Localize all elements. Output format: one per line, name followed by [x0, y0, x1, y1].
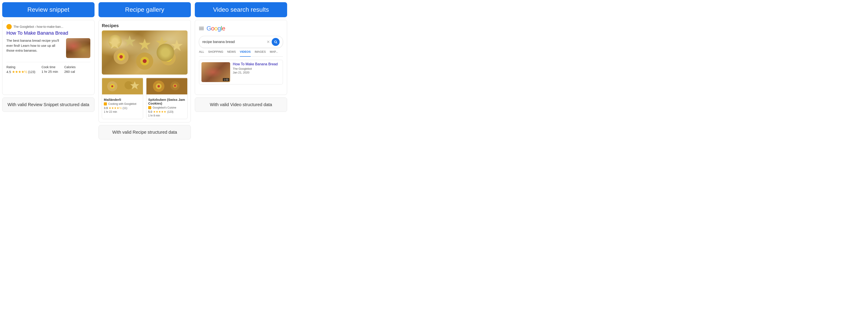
video-content: Google ✕ ALL SHOPPING NEWS VIDEOS IMAGES: [195, 20, 287, 95]
review-site-text: The Googlebot › how-to-make-ban...: [13, 25, 63, 29]
svg-line-28: [276, 43, 277, 43]
recipe-footer: With valid Recipe structured data: [98, 125, 191, 139]
tab-maps[interactable]: MAP...: [270, 50, 278, 55]
review-favicon: [6, 24, 12, 29]
tab-images[interactable]: IMAGES: [255, 50, 266, 55]
recipe-card-1-image: [102, 77, 143, 95]
google-o2: o: [214, 25, 218, 32]
recipe-card-1[interactable]: Mailänderli Cooking with Googlebot 3.9 ★…: [102, 77, 143, 119]
recipe-card-2-author: Googlebot's Cuisine: [153, 106, 176, 109]
recipe-card-2-rating: 5.0: [148, 110, 152, 113]
calories-value: 260 cal: [64, 70, 75, 73]
recipe-card-1-body: Mailänderli Cooking with Googlebot 3.9 ★…: [102, 96, 143, 115]
recipe-card-1-time: 1 hr 22 min: [104, 110, 141, 113]
calories-stat: Calories 260 cal: [64, 65, 75, 74]
review-content: The Googlebot › how-to-make-ban... How T…: [2, 20, 95, 95]
svg-marker-2: [139, 39, 151, 50]
video-header: Video search results: [195, 2, 287, 17]
video-duration: 1:02: [223, 78, 229, 81]
calories-label: Calories: [64, 65, 75, 69]
tab-news[interactable]: NEWS: [227, 50, 236, 55]
video-panel: Video search results Google ✕: [195, 2, 287, 112]
svg-marker-0: [108, 37, 121, 49]
search-input[interactable]: [202, 40, 265, 44]
video-thumbnail: 1:02: [202, 62, 230, 82]
cooktime-value: 1 hr 25 min: [41, 70, 58, 73]
recipe-card-2-image: [147, 77, 187, 95]
video-header-text: Video search results: [213, 6, 269, 13]
recipe-card-1-count: (11): [123, 107, 127, 110]
video-channel: The Googlebot: [233, 67, 278, 70]
rating-count: (123): [28, 70, 35, 74]
search-tabs: ALL SHOPPING NEWS VIDEOS IMAGES MAP...: [199, 50, 283, 57]
recipe-card-1-rating: 3.9: [104, 106, 108, 110]
rating-label: Rating: [6, 65, 35, 69]
rating-stars: ★★★★½: [12, 70, 27, 74]
review-image: [66, 38, 90, 58]
recipe-main-image: [102, 30, 187, 75]
review-footer-text: With valid Review Snippet structured dat…: [7, 102, 89, 107]
svg-point-26: [174, 85, 176, 87]
recipe-content: Recipes: [98, 20, 191, 122]
review-site-line: The Googlebot › how-to-make-ban...: [6, 24, 90, 29]
svg-point-11: [161, 50, 176, 65]
recipe-author-icon-1: [104, 102, 107, 105]
google-o1: o: [211, 25, 214, 32]
svg-marker-3: [156, 36, 168, 48]
svg-point-27: [275, 41, 277, 43]
video-info: How To Make Banana Bread The Googlebot J…: [233, 62, 278, 82]
recipe-card-1-author-line: Cooking with Googlebot: [104, 102, 141, 105]
recipe-header-text: Recipe gallery: [125, 6, 164, 13]
recipe-card-2-rating-line: 5.0 ★★★★★ (123): [148, 110, 186, 113]
video-footer-text: With valid Video structured data: [210, 102, 272, 107]
review-footer: With valid Review Snippet structured dat…: [2, 98, 95, 112]
video-footer: With valid Video structured data: [195, 98, 287, 112]
tab-all[interactable]: ALL: [199, 50, 204, 55]
cooktime-stat: Cook time 1 hr 25 min: [41, 65, 58, 74]
search-button[interactable]: [272, 38, 280, 46]
video-top-bar: Google: [199, 24, 283, 33]
recipe-panel: Recipe gallery Recipes: [98, 2, 191, 139]
review-title[interactable]: How To Make Banana Bread: [6, 30, 90, 36]
recipe-card-1-rating-line: 3.9 ★★★★½ (11): [104, 106, 141, 110]
search-bar: ✕: [199, 36, 283, 48]
rating-value: 4.5: [6, 70, 11, 74]
video-title[interactable]: How To Make Banana Bread: [233, 62, 278, 66]
recipe-card-2-time: 1 hr 8 min: [148, 114, 186, 117]
review-panel: Review snippet The Googlebot › how-to-ma…: [2, 2, 95, 112]
svg-rect-20: [147, 78, 187, 95]
recipe-header: Recipe gallery: [98, 2, 191, 17]
svg-marker-4: [171, 40, 183, 51]
recipe-card-2[interactable]: Spitzbuben (Swiss Jam Cookies) Googlebot…: [146, 77, 187, 119]
google-e: e: [222, 25, 225, 32]
review-body: The best banana bread recipe you'll ever…: [6, 38, 90, 58]
svg-point-12: [164, 54, 172, 62]
recipe-card-2-stars: ★★★★★: [153, 110, 166, 113]
recipe-card-1-stars: ★★★★½: [108, 106, 122, 110]
google-g: G: [207, 25, 211, 32]
recipe-section-label: Recipes: [102, 23, 187, 28]
video-date: Jan 21, 2020: [233, 71, 278, 74]
rating-stat: Rating 4.5 ★★★★½ (123): [6, 65, 35, 74]
review-stats: Rating 4.5 ★★★★½ (123) Cook time 1 hr 25…: [6, 62, 90, 74]
recipe-card-2-title: Spitzbuben (Swiss Jam Cookies): [148, 98, 186, 105]
svg-point-13: [166, 56, 170, 60]
clear-icon[interactable]: ✕: [267, 39, 270, 44]
review-description: The best banana bread recipe you'll ever…: [6, 38, 63, 58]
recipe-author-icon-2: [148, 106, 151, 109]
review-header-text: Review snippet: [27, 6, 69, 13]
tab-videos[interactable]: VIDEOS: [240, 50, 251, 57]
hamburger-icon[interactable]: [199, 27, 204, 30]
svg-point-23: [157, 85, 160, 87]
svg-point-17: [111, 85, 113, 87]
recipe-card-1-title: Mailänderli: [104, 98, 141, 102]
recipe-card-1-author: Cooking with Googlebot: [108, 102, 136, 105]
recipe-card-2-count: (123): [167, 110, 174, 113]
recipe-card-2-body: Spitzbuben (Swiss Jam Cookies) Googlebot…: [147, 96, 187, 119]
tab-shopping[interactable]: SHOPPING: [208, 50, 223, 55]
svg-point-10: [143, 59, 147, 63]
cooktime-label: Cook time: [41, 65, 58, 69]
rating-line: 4.5 ★★★★½ (123): [6, 70, 35, 74]
video-result: 1:02 How To Make Banana Bread The Google…: [199, 60, 283, 84]
recipe-card-2-author-line: Googlebot's Cuisine: [148, 106, 186, 109]
